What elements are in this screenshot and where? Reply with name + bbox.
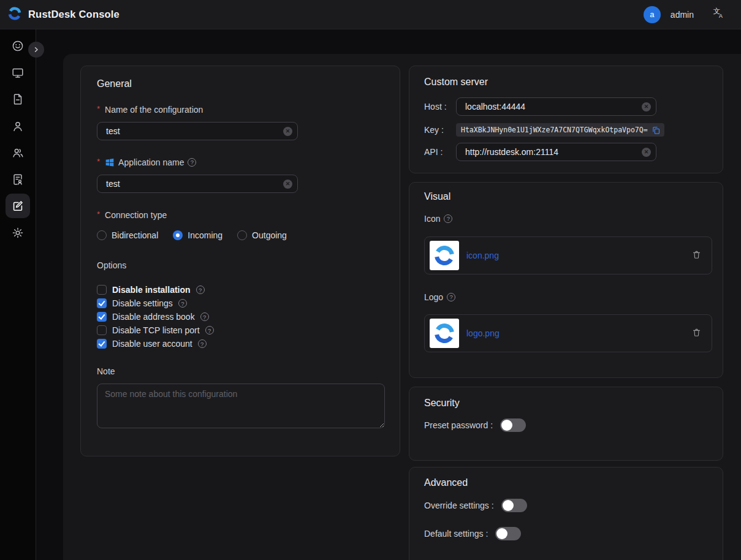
- trash-icon[interactable]: [691, 249, 702, 262]
- note-label: Note: [97, 365, 384, 377]
- checkbox-icon[interactable]: [97, 285, 107, 295]
- logo-file-box: logo.png: [424, 314, 712, 352]
- key-row: Key : HtaXBkJNHyn0e1U1jWXze7A7CN7QTGWqxk…: [424, 123, 708, 137]
- radio-icon[interactable]: [173, 230, 183, 240]
- help-icon[interactable]: [196, 286, 205, 294]
- config-name-field: [97, 122, 298, 140]
- connection-type-label: * Connection type: [97, 209, 384, 221]
- sidebar-item-settings[interactable]: [6, 221, 30, 245]
- checkbox-icon[interactable]: [97, 339, 107, 349]
- trash-icon[interactable]: [691, 327, 702, 340]
- edit-icon: [11, 199, 25, 213]
- logo-filename-link[interactable]: logo.png: [466, 328, 500, 338]
- radio-icon[interactable]: [97, 230, 107, 240]
- required-asterisk: *: [97, 156, 100, 168]
- clear-icon[interactable]: [642, 148, 651, 157]
- sidebar-item-audit[interactable]: [6, 167, 30, 192]
- api-field: [456, 143, 656, 161]
- username[interactable]: admin: [671, 10, 694, 20]
- icon-label: Icon: [424, 213, 708, 225]
- help-icon[interactable]: [200, 312, 209, 321]
- default-settings-row: Default settings :: [424, 527, 708, 540]
- config-name-label: * Name of the configuration: [97, 104, 384, 116]
- checkbox-icon[interactable]: [97, 312, 107, 322]
- security-title: Security: [424, 398, 708, 409]
- clear-icon[interactable]: [283, 127, 292, 136]
- required-asterisk: *: [97, 208, 100, 221]
- radio-incoming[interactable]: Incoming: [173, 230, 222, 240]
- preset-password-label: Preset password :: [424, 420, 493, 430]
- option-disable-installation[interactable]: Disable installation: [97, 283, 384, 297]
- audit-icon: [11, 173, 25, 186]
- visual-card: Visual Icon icon.png: [409, 182, 723, 378]
- radio-outgoing[interactable]: Outgoing: [237, 230, 287, 240]
- help-icon[interactable]: [198, 339, 207, 348]
- help-icon[interactable]: [178, 299, 187, 308]
- smiley-icon: [11, 39, 25, 53]
- api-row: API :: [424, 143, 708, 161]
- user-icon: [11, 119, 25, 133]
- rustdesk-logo-icon: [432, 243, 457, 268]
- application-name-input[interactable]: [97, 179, 297, 189]
- security-card: Security Preset password :: [409, 387, 723, 461]
- group-icon: [11, 146, 25, 159]
- sidebar-item-groups[interactable]: [6, 140, 30, 165]
- override-settings-row: Override settings :: [424, 499, 708, 512]
- main-content: General * Name of the configuration * Ap…: [63, 54, 741, 560]
- key-value: HtaXBkJNHyn0e1U1jWXze7A7CN7QTGWqxkOtpaVp…: [461, 126, 648, 134]
- default-settings-label: Default settings :: [424, 529, 488, 539]
- chevron-right-icon: [32, 45, 40, 54]
- rustdesk-console-screen: RustDesk Console a admin 文 A: [0, 0, 741, 560]
- monitor-icon: [11, 66, 25, 80]
- override-settings-toggle[interactable]: [501, 499, 527, 512]
- sidebar-item-documents[interactable]: [6, 87, 30, 112]
- advanced-card: Advanced Override settings : Default set…: [409, 467, 723, 560]
- option-disable-tcp-listen-port[interactable]: Disable TCP listen port: [97, 324, 384, 337]
- help-icon[interactable]: [447, 293, 455, 301]
- option-disable-settings[interactable]: Disable settings: [97, 297, 384, 310]
- radio-bidirectional[interactable]: Bidirectional: [97, 230, 158, 240]
- advanced-title: Advanced: [424, 477, 708, 488]
- note-textarea[interactable]: [97, 384, 385, 428]
- default-settings-toggle[interactable]: [495, 527, 521, 540]
- logo-thumbnail: [430, 319, 459, 348]
- preset-password-row: Preset password :: [424, 418, 708, 432]
- clear-icon[interactable]: [642, 102, 651, 112]
- general-card: General * Name of the configuration * Ap…: [80, 66, 400, 456]
- document-icon: [11, 93, 25, 106]
- help-icon[interactable]: [444, 214, 452, 223]
- key-value-chip: HtaXBkJNHyn0e1U1jWXze7A7CN7QTGWqxkOtpaVp…: [456, 123, 664, 137]
- api-input[interactable]: [457, 147, 656, 157]
- brand: RustDesk Console: [0, 6, 120, 24]
- sidebar-item-editor[interactable]: [6, 194, 30, 218]
- custom-server-card: Custom server Host : Key : HtaXBkJNHyn0e…: [409, 66, 723, 173]
- host-label: Host :: [424, 102, 456, 112]
- sidebar-item-smiley[interactable]: [6, 34, 30, 58]
- sidebar-item-devices[interactable]: [6, 61, 30, 85]
- clear-icon[interactable]: [283, 180, 292, 189]
- avatar[interactable]: a: [644, 6, 661, 23]
- checkbox-icon[interactable]: [97, 325, 107, 335]
- key-label: Key :: [424, 125, 456, 135]
- sidebar-expand-button[interactable]: [28, 42, 44, 58]
- translate-icon[interactable]: 文 A: [712, 7, 725, 22]
- copy-icon[interactable]: [652, 126, 661, 135]
- logo-label: Logo: [424, 291, 708, 303]
- config-name-input[interactable]: [97, 126, 297, 136]
- host-input[interactable]: [457, 102, 656, 112]
- visual-title: Visual: [424, 191, 708, 202]
- radio-icon[interactable]: [237, 230, 247, 240]
- sidebar-item-users[interactable]: [6, 114, 30, 138]
- api-label: API :: [424, 147, 456, 157]
- application-name-label: * Application name: [97, 156, 384, 168]
- help-icon[interactable]: [188, 158, 196, 167]
- preset-password-toggle[interactable]: [500, 418, 526, 432]
- help-icon[interactable]: [205, 326, 214, 335]
- general-title: General: [97, 78, 384, 89]
- checkbox-icon[interactable]: [97, 298, 107, 308]
- custom-server-title: Custom server: [424, 77, 708, 88]
- option-disable-user-account[interactable]: Disable user account: [97, 337, 384, 350]
- option-disable-address-book[interactable]: Disable address book: [97, 310, 384, 324]
- icon-filename-link[interactable]: icon.png: [466, 251, 499, 260]
- required-asterisk: *: [97, 103, 100, 115]
